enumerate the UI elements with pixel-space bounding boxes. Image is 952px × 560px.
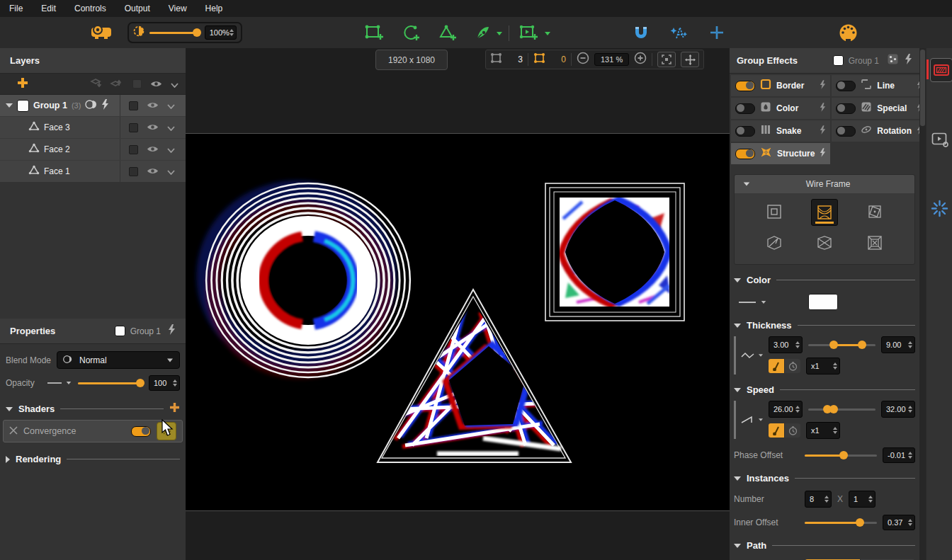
effects-spark-icon[interactable]	[931, 200, 948, 220]
stroke-color-swatch[interactable]	[808, 294, 838, 310]
shaders-collapse-icon[interactable]	[6, 407, 13, 411]
render-canvas[interactable]	[186, 133, 730, 511]
effect-structure-toggle[interactable]	[735, 149, 755, 159]
effect-special-toggle[interactable]	[836, 103, 856, 114]
thickness-min-field[interactable]: 3.00	[769, 336, 803, 353]
wire-mode-diagonal[interactable]	[761, 230, 787, 256]
smart-snap-icon[interactable]	[670, 25, 688, 40]
speed-min-field[interactable]: 26.00	[769, 401, 803, 418]
inner-offset-spinner[interactable]	[908, 519, 912, 526]
layer-solo-checkbox[interactable]	[129, 167, 138, 176]
blend-mode-icon[interactable]	[85, 99, 97, 113]
phase-offset-field[interactable]: -0.01	[883, 447, 915, 463]
remove-shader-icon[interactable]	[9, 425, 18, 438]
group-collapse-icon[interactable]	[167, 99, 175, 112]
menu-output[interactable]: Output	[115, 0, 159, 17]
effect-snake-toggle[interactable]	[735, 126, 755, 137]
wire-mode-rotated-squares[interactable]	[862, 199, 888, 224]
speed-lfo-mode-button[interactable]	[769, 423, 784, 438]
flash-trigger-icon[interactable]	[168, 324, 176, 338]
layer-collapse-icon[interactable]	[167, 165, 175, 178]
add-group-dropdown-icon[interactable]	[544, 31, 551, 36]
pan-tool-button[interactable]	[681, 52, 699, 67]
layer-row-face1[interactable]: Face 1	[0, 160, 186, 182]
shader-toggle[interactable]	[131, 426, 151, 437]
effect-structure[interactable]: Structure	[731, 143, 830, 164]
instances-rows-field[interactable]: 1	[849, 491, 876, 508]
path-section-header[interactable]: Path	[730, 540, 919, 551]
thickness-max-spinner[interactable]	[908, 341, 912, 348]
effect-color-toggle[interactable]	[735, 103, 755, 114]
shader-library-button[interactable]	[930, 58, 952, 82]
menu-controls[interactable]: Controls	[65, 0, 115, 17]
speed-lfo-shape-dropdown[interactable]	[740, 401, 764, 439]
add-triangle-tool[interactable]	[438, 24, 458, 41]
flash-trigger-icon[interactable]	[820, 102, 826, 115]
speed-max-field[interactable]: 32.00	[881, 401, 915, 418]
effect-special[interactable]: Special	[832, 98, 919, 119]
group-solo-checkbox[interactable]	[129, 101, 138, 110]
instances-section-header[interactable]: Instances	[730, 473, 919, 484]
flash-trigger-icon[interactable]	[905, 54, 912, 67]
flash-trigger-icon[interactable]	[101, 99, 109, 113]
effect-border-toggle[interactable]	[735, 81, 755, 91]
opacity-curve-dropdown[interactable]	[47, 381, 72, 385]
thickness-clock-mode-button[interactable]	[784, 359, 800, 373]
color-section-header[interactable]: Color	[730, 275, 919, 285]
menu-file[interactable]: File	[0, 0, 32, 17]
wire-mode-net-selected[interactable]	[811, 199, 838, 226]
speed-min-spinner[interactable]	[795, 406, 800, 413]
flash-trigger-icon[interactable]	[820, 125, 826, 137]
magnet-snap-icon[interactable]	[633, 25, 650, 40]
randomize-icon[interactable]	[888, 54, 898, 67]
effect-line[interactable]: Line	[832, 75, 919, 96]
crosshair-icon[interactable]	[709, 25, 725, 40]
group-visibility-icon[interactable]	[147, 99, 159, 112]
thickness-lfo-mode-button[interactable]	[769, 359, 784, 373]
zoom-out-button[interactable]	[577, 52, 589, 67]
brightness-value-field[interactable]: 100%	[205, 25, 237, 40]
menu-help[interactable]: Help	[196, 0, 232, 17]
wire-mode-concentric[interactable]	[761, 199, 787, 224]
layer-solo-checkbox[interactable]	[129, 123, 138, 132]
thickness-mult-spinner[interactable]	[833, 362, 837, 370]
instances-cols-field[interactable]: 8	[805, 491, 832, 508]
add-shader-button[interactable]	[169, 402, 180, 416]
effect-line-toggle[interactable]	[836, 81, 856, 91]
speed-section-header[interactable]: Speed	[730, 384, 919, 395]
layer-solo-checkbox[interactable]	[129, 145, 138, 154]
speed-mult-spinner[interactable]	[833, 427, 837, 434]
opacity-value-field[interactable]: 100	[149, 375, 180, 391]
rendering-collapse-icon[interactable]	[6, 456, 10, 463]
wire-mode-boxed-x[interactable]	[862, 230, 888, 256]
effect-rotation-toggle[interactable]	[836, 126, 856, 137]
brightness-slider[interactable]	[149, 32, 200, 34]
blend-mode-dropdown[interactable]: Normal	[57, 351, 180, 369]
visibility-all-icon[interactable]	[150, 78, 162, 91]
collapse-all-icon[interactable]	[171, 78, 178, 91]
instances-rows-spinner[interactable]	[868, 496, 873, 503]
fit-to-screen-button[interactable]	[657, 52, 676, 67]
inner-offset-field[interactable]: 0.37	[883, 515, 915, 530]
opacity-slider[interactable]	[78, 382, 143, 384]
thickness-range-slider[interactable]	[808, 344, 876, 346]
solo-all-checkbox[interactable]	[132, 79, 142, 88]
wire-frame-header[interactable]: Wire Frame	[735, 175, 914, 193]
add-layer-button[interactable]	[17, 77, 28, 91]
speed-max-spinner[interactable]	[908, 406, 912, 413]
line-style-dropdown[interactable]	[738, 300, 767, 304]
layer-visibility-icon[interactable]	[147, 121, 159, 134]
flash-trigger-icon[interactable]	[820, 79, 826, 92]
layer-visibility-icon[interactable]	[147, 143, 159, 156]
expand-group-icon[interactable]	[6, 103, 13, 108]
layer-row-face2[interactable]: Face 2	[0, 138, 186, 160]
thickness-section-header[interactable]: Thickness	[730, 320, 919, 331]
opacity-spinner[interactable]	[173, 379, 177, 387]
scrollbar-thumb[interactable]	[920, 50, 925, 126]
speed-range-slider[interactable]	[808, 408, 876, 411]
menu-edit[interactable]: Edit	[32, 0, 65, 17]
viewport[interactable]: 1920 x 1080 3 0 131 %	[186, 48, 730, 560]
brightness-spinner[interactable]	[230, 29, 234, 36]
speed-multiplier-field[interactable]: x1	[806, 422, 840, 439]
speed-clock-mode-button[interactable]	[784, 423, 800, 438]
